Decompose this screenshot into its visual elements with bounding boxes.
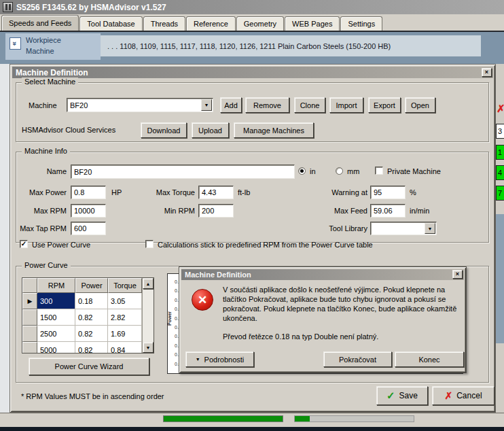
- down-arrow-icon: ▼: [146, 345, 151, 350]
- use-power-curve-checkbox[interactable]: ✓: [20, 240, 28, 248]
- max-torque-input[interactable]: 4.43: [198, 186, 234, 199]
- row-selector-cell[interactable]: ▶: [22, 293, 37, 309]
- up-arrow-icon: ▲: [146, 281, 151, 286]
- row-selector-cell[interactable]: [22, 309, 37, 326]
- scroll-down-button[interactable]: ▼: [143, 342, 154, 353]
- material-banner[interactable]: . . . 1108, 1109, 1115, 1117, 1118, 1120…: [101, 35, 481, 56]
- mm-radio-label: mm: [347, 167, 359, 175]
- import-button[interactable]: Import: [329, 97, 363, 113]
- tab-speeds-and-feeds[interactable]: Speeds and Feeds: [1, 15, 79, 31]
- row-selector-cell[interactable]: [22, 326, 37, 342]
- error-x-glyph: ✕: [198, 293, 207, 307]
- select-machine-group: Select Machine Machine BF20 ▼ Add Remove…: [16, 82, 489, 142]
- calc-stick-checkbox[interactable]: [145, 240, 154, 248]
- error-detail: Převod řetězce 0.18 na typ Double není p…: [223, 332, 459, 341]
- group-title: Power Curve: [22, 261, 71, 269]
- max-power-input[interactable]: 0.8: [71, 186, 106, 199]
- table-cell-power[interactable]: 0.18: [75, 293, 108, 309]
- tab-web-pages[interactable]: WEB Pages: [285, 16, 340, 31]
- dialog-title-bar: Machine Definition: [12, 67, 493, 78]
- table-cell-torque[interactable]: 2.82: [108, 309, 142, 326]
- max-feed-label: Max Feed: [315, 207, 367, 215]
- details-button[interactable]: ▼ Podrobnosti: [185, 351, 254, 367]
- name-input[interactable]: BF20: [71, 165, 295, 179]
- clone-button[interactable]: Clone: [294, 97, 325, 113]
- rpm-order-note: * RPM Values MUST be in ascending order: [21, 392, 164, 400]
- tab-settings[interactable]: Settings: [340, 16, 382, 31]
- table-cell-torque[interactable]: 1.69: [108, 326, 142, 342]
- title-bar: S5256 F1345.62 by HSMAdvisor v1.527: [0, 0, 504, 14]
- save-button[interactable]: ✓ Save: [376, 386, 428, 405]
- group-title: Machine Info: [22, 147, 70, 155]
- machine-combo[interactable]: BF20 ▼: [67, 98, 213, 112]
- workpiece-machine-panel: » Workpiece Machine: [5, 33, 101, 60]
- expand-panel-button[interactable]: »: [10, 37, 21, 50]
- tab-reference[interactable]: Reference: [186, 16, 236, 31]
- background-right-strip: ✗ 3 1 4 7: [496, 64, 504, 413]
- table-cell-rpm[interactable]: 300: [37, 293, 75, 309]
- tab-geometry[interactable]: Geometry: [236, 16, 284, 31]
- max-torque-unit: ft-lb: [238, 188, 250, 196]
- remove-button[interactable]: Remove: [245, 97, 289, 113]
- cancel-label: Cancel: [456, 391, 482, 400]
- tab-threads[interactable]: Threads: [143, 16, 185, 31]
- radio-dot: [300, 169, 304, 173]
- chevron-down-icon[interactable]: ▼: [425, 223, 435, 234]
- table-header-cell[interactable]: RPM: [37, 278, 75, 293]
- table-cell-power[interactable]: 0.82: [75, 309, 108, 326]
- continue-button[interactable]: Pokračovat: [323, 351, 392, 367]
- table-corner-cell: [22, 278, 37, 293]
- power-curve-wizard-button[interactable]: Power Curve Wizard: [29, 358, 149, 375]
- add-button[interactable]: Add: [220, 97, 242, 113]
- warning-at-input[interactable]: 95: [370, 186, 406, 199]
- close-button[interactable]: ×: [452, 270, 463, 279]
- app-window: S5256 F1345.62 by HSMAdvisor v1.527 Spee…: [0, 0, 504, 431]
- mm-radio[interactable]: [336, 167, 343, 175]
- name-label: Name: [22, 167, 67, 175]
- details-label: Podrobnosti: [204, 356, 245, 364]
- row-selector-cell[interactable]: [22, 342, 37, 353]
- table-cell-rpm[interactable]: 5000: [37, 342, 75, 353]
- machine-label[interactable]: Machine: [26, 47, 54, 55]
- in-radio[interactable]: [298, 167, 306, 175]
- table-cell-power[interactable]: 0.82: [75, 342, 108, 353]
- window-title: S5256 F1345.62 by HSMAdvisor v1.527: [16, 3, 166, 12]
- close-icon: ×: [456, 271, 459, 278]
- power-curve-grid: RPM Power Torque ▶ 300 0.18 3.05 1500 0.…: [22, 278, 142, 353]
- table-cell-rpm[interactable]: 2500: [37, 326, 75, 342]
- min-rpm-input[interactable]: 200: [198, 204, 234, 218]
- chevron-double-down-icon: »: [12, 41, 20, 46]
- export-button[interactable]: Export: [368, 97, 401, 113]
- in-radio-label: in: [310, 167, 316, 175]
- scroll-up-button[interactable]: ▲: [143, 278, 154, 289]
- tool-library-combo[interactable]: ▼: [370, 222, 437, 235]
- upload-button[interactable]: Upload: [192, 122, 229, 138]
- calc-stick-label: Calculations stick to predefined RPM fro…: [158, 241, 373, 249]
- private-machine-checkbox[interactable]: [375, 167, 383, 175]
- table-scrollbar[interactable]: ▲ ▼: [142, 278, 154, 353]
- table-header-cell[interactable]: Torque: [108, 278, 142, 293]
- table-cell-rpm[interactable]: 1500: [37, 309, 75, 326]
- quit-button[interactable]: Konec: [395, 351, 464, 367]
- warning-at-label: Warning at: [315, 188, 367, 196]
- max-rpm-label: Max RPM: [16, 207, 67, 215]
- tab-tool-database[interactable]: Tool Database: [79, 16, 142, 31]
- power-curve-table: RPM Power Torque ▶ 300 0.18 3.05 1500 0.…: [22, 277, 154, 354]
- table-cell-torque[interactable]: 3.05: [108, 293, 142, 309]
- chevron-down-icon[interactable]: ▼: [201, 99, 212, 111]
- download-button[interactable]: Download: [141, 122, 187, 138]
- workpiece-label[interactable]: Workpiece: [26, 36, 61, 44]
- close-button[interactable]: ×: [482, 68, 492, 77]
- open-button[interactable]: Open: [405, 97, 435, 113]
- chevron-down-icon: ▼: [196, 357, 200, 362]
- manage-machines-button[interactable]: Manage Machines: [234, 122, 314, 138]
- error-message: V součásti aplikace došlo k neošetřené v…: [223, 285, 459, 323]
- max-feed-input[interactable]: 59.06: [370, 204, 406, 218]
- machine-combo-value: BF20: [70, 101, 88, 109]
- table-cell-power[interactable]: 0.82: [75, 326, 108, 342]
- max-rpm-input[interactable]: 10000: [71, 204, 106, 218]
- table-header-cell[interactable]: Power: [75, 278, 108, 293]
- max-tap-rpm-input[interactable]: 600: [71, 222, 106, 235]
- table-cell-torque[interactable]: 0.84: [108, 342, 142, 353]
- cancel-button[interactable]: ✗ Cancel: [432, 386, 494, 405]
